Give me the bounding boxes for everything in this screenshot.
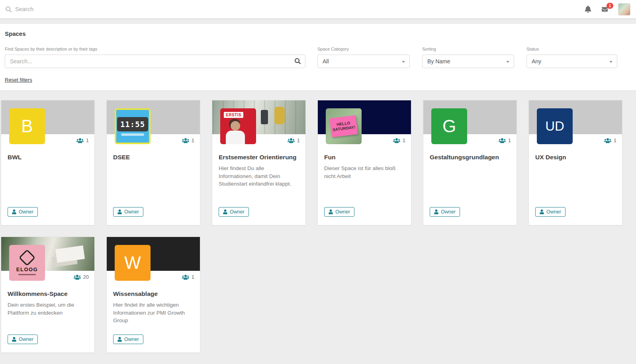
space-card-wissensablage[interactable]: W 1 Wissensablage Hier findet ihr alle w… bbox=[106, 237, 200, 353]
owner-badge-label: Owner bbox=[546, 209, 561, 215]
chevron-down-icon bbox=[609, 61, 613, 63]
person-icon bbox=[329, 209, 333, 214]
person-icon bbox=[223, 209, 227, 214]
owner-badge-label: Owner bbox=[19, 337, 33, 342]
status-select[interactable]: Any bbox=[526, 55, 617, 68]
notifications-button[interactable] bbox=[585, 6, 591, 13]
members-number: 1 bbox=[192, 137, 194, 143]
avatar-initial: W bbox=[124, 253, 141, 273]
avatar-logo-text: ELOOG bbox=[16, 266, 38, 272]
global-search-input[interactable] bbox=[15, 6, 143, 12]
space-description: Dein erstes Beispiel, um die Plattform z… bbox=[8, 301, 88, 317]
person-icon bbox=[117, 209, 122, 214]
space-title[interactable]: BWL bbox=[8, 153, 88, 162]
category-select[interactable]: All bbox=[317, 55, 410, 68]
space-card-fun[interactable]: HELLO SATURDAY! 1 Fun Dieser Space ist f… bbox=[317, 100, 411, 225]
members-count: 1 bbox=[182, 137, 194, 143]
avatar-initial: B bbox=[21, 116, 33, 136]
space-card-gestaltungsgrundlagen[interactable]: G 1 Gestaltungsgrundlagen Owner bbox=[423, 100, 517, 225]
avatar-initial: G bbox=[442, 116, 456, 136]
bell-icon bbox=[585, 6, 591, 13]
chevron-down-icon bbox=[402, 61, 405, 63]
spaces-filter-panel: Spaces Find Spaces by their description … bbox=[0, 24, 636, 90]
owner-badge-label: Owner bbox=[124, 337, 139, 342]
space-title[interactable]: Fun bbox=[324, 153, 405, 162]
page-title: Spaces bbox=[5, 30, 631, 37]
messages-button[interactable]: 1 bbox=[601, 6, 609, 12]
members-number: 20 bbox=[83, 274, 89, 280]
members-number: 1 bbox=[86, 137, 89, 143]
status-label: Status bbox=[526, 47, 617, 51]
space-title[interactable]: Wissensablage bbox=[113, 289, 194, 298]
category-label: Space Category bbox=[317, 47, 410, 51]
owner-badge-label: Owner bbox=[335, 209, 350, 215]
space-card-ux-design[interactable]: UD 1 UX Design Owner bbox=[528, 100, 622, 225]
status-selected-value: Any bbox=[532, 58, 541, 65]
members-icon bbox=[393, 138, 400, 143]
space-avatar[interactable]: HELLO SATURDAY! bbox=[326, 108, 362, 144]
sorting-select[interactable]: By Name bbox=[422, 55, 514, 68]
space-title[interactable]: UX Design bbox=[535, 153, 616, 162]
space-description: Hier findest Du alle Informationen, dami… bbox=[219, 164, 299, 188]
owner-badge-label: Owner bbox=[124, 209, 139, 215]
space-avatar[interactable]: W bbox=[115, 245, 151, 281]
owner-badge-label: Owner bbox=[230, 209, 245, 215]
search-icon bbox=[6, 6, 12, 12]
search-submit-icon[interactable] bbox=[295, 58, 301, 64]
members-number: 1 bbox=[508, 137, 511, 143]
space-avatar[interactable]: B bbox=[9, 108, 45, 144]
avatar-logo-shape bbox=[19, 249, 35, 266]
owner-badge: Owner bbox=[219, 207, 249, 217]
members-icon bbox=[182, 138, 189, 143]
space-description: Dieser Space ist für alles bloß nicht Ar… bbox=[324, 164, 405, 180]
top-navigation-bar: 1 bbox=[0, 0, 636, 18]
space-search-label: Find Spaces by their description or by t… bbox=[5, 47, 305, 51]
owner-badge: Owner bbox=[430, 207, 460, 217]
reset-filters-link[interactable]: Reset filters bbox=[5, 77, 32, 83]
members-icon bbox=[604, 138, 611, 143]
members-icon bbox=[182, 274, 189, 280]
space-avatar[interactable]: ELOOG bbox=[9, 245, 45, 281]
members-count: 1 bbox=[604, 137, 616, 143]
category-selected-value: All bbox=[323, 58, 329, 65]
members-number: 1 bbox=[614, 137, 616, 143]
person-icon bbox=[434, 209, 438, 214]
space-card-bwl[interactable]: B 1 BWL Owner bbox=[1, 100, 95, 225]
space-card-erstsemester[interactable]: ERSTIS 1 Erstsemester Orientierung Hier … bbox=[212, 100, 306, 225]
space-avatar[interactable]: UD bbox=[537, 108, 573, 144]
members-icon bbox=[499, 138, 506, 143]
owner-badge: Owner bbox=[8, 207, 38, 217]
members-number: 1 bbox=[297, 137, 300, 143]
space-card-willkommens[interactable]: ELOOG 20 Willkommens-Space Dein erstes B… bbox=[1, 237, 95, 353]
members-count: 1 bbox=[288, 137, 300, 143]
members-number: 1 bbox=[403, 137, 405, 143]
members-count: 1 bbox=[499, 137, 511, 143]
owner-badge: Owner bbox=[324, 207, 354, 217]
space-title[interactable]: Willkommens-Space bbox=[8, 289, 88, 298]
space-avatar[interactable]: 11:55 bbox=[115, 108, 151, 144]
owner-badge: Owner bbox=[113, 207, 143, 217]
space-title[interactable]: DSEE bbox=[113, 153, 194, 162]
space-title[interactable]: Erstsemester Orientierung bbox=[219, 153, 299, 162]
chevron-down-icon bbox=[506, 61, 509, 63]
clock-display: 11:55 bbox=[117, 117, 148, 131]
user-avatar[interactable] bbox=[618, 3, 630, 16]
owner-badge: Owner bbox=[8, 335, 38, 344]
avatar-illustration bbox=[231, 121, 240, 131]
members-icon bbox=[288, 138, 295, 143]
space-avatar[interactable]: ERSTIS bbox=[220, 108, 256, 144]
space-search-input[interactable] bbox=[5, 55, 305, 68]
space-title[interactable]: Gestaltungsgrundlagen bbox=[430, 153, 510, 162]
avatar-logo-text: ERSTIS bbox=[224, 112, 243, 118]
avatar-illustration bbox=[226, 131, 245, 144]
person-icon bbox=[12, 209, 16, 214]
members-count: 1 bbox=[393, 137, 405, 143]
global-search bbox=[6, 6, 143, 12]
sorting-label: Sorting bbox=[422, 47, 514, 51]
space-avatar[interactable]: G bbox=[431, 108, 467, 144]
members-count: 1 bbox=[76, 137, 89, 143]
person-icon bbox=[540, 209, 544, 214]
members-icon bbox=[74, 274, 81, 280]
space-card-dsee[interactable]: 11:55 1 DSEE Owner bbox=[106, 100, 200, 225]
owner-badge: Owner bbox=[535, 207, 566, 217]
